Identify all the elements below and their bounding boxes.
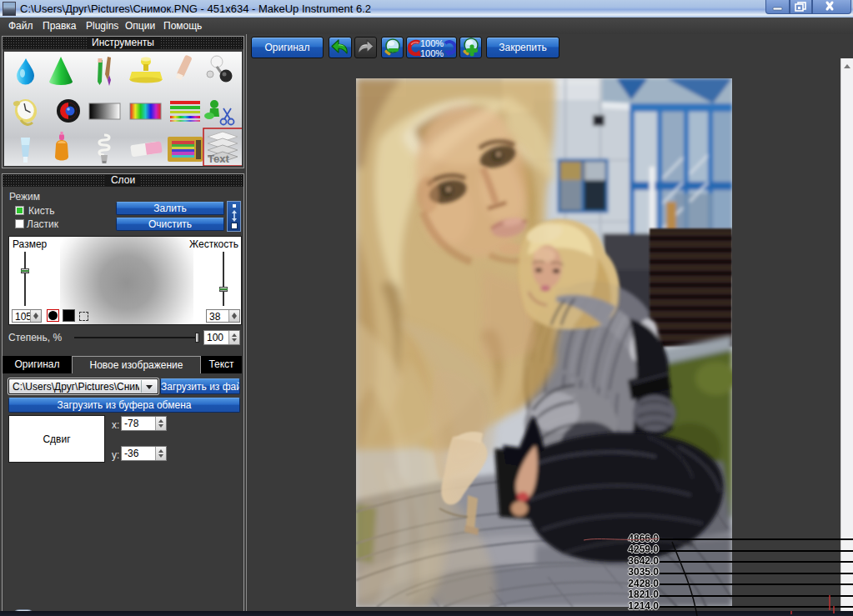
svg-text:Text: Text — [208, 153, 229, 165]
